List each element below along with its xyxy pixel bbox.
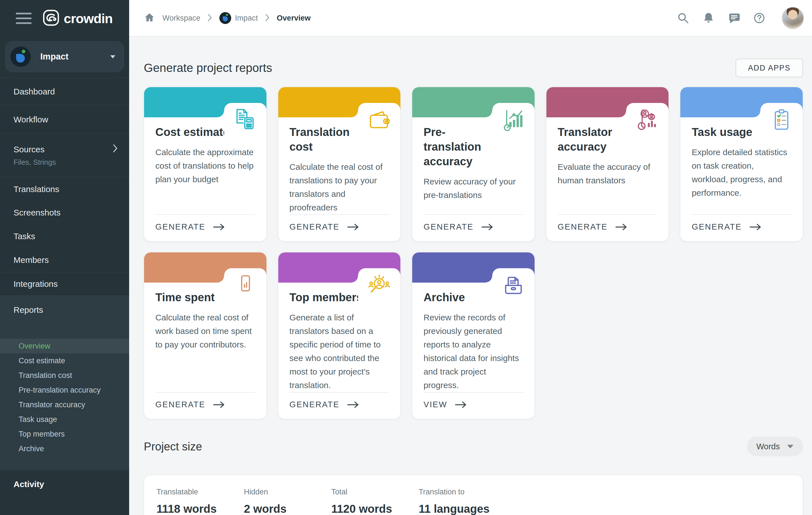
clipboard-checklist-icon	[760, 103, 803, 142]
reports-submenu-translator-accuracy[interactable]: Translator accuracy	[0, 397, 129, 412]
sidebar-item-activity[interactable]: Activity	[0, 469, 129, 494]
chevron-down-icon	[110, 55, 115, 58]
chart-gauge-icon	[492, 103, 534, 142]
sources-sublabel: Files, Strings	[13, 158, 118, 167]
hamburger-menu-icon[interactable]	[16, 13, 32, 24]
brand-row: crowdin	[0, 0, 129, 37]
sidebar-item-integrations[interactable]: Integrations	[0, 272, 129, 295]
card-description: Calculate the approximate cost of transl…	[155, 146, 255, 186]
card-description: Review accuracy of your pre-translations	[424, 175, 523, 202]
card-title: Time spent	[155, 290, 231, 305]
caret-down-icon	[787, 445, 793, 449]
crowdin-logo[interactable]: crowdin	[42, 9, 113, 28]
project-size-stats: Translatable 1118 words 0 words in dupli…	[144, 475, 803, 515]
crowdin-wordmark: crowdin	[64, 11, 113, 26]
sidebar-item-translations[interactable]: Translations	[0, 177, 129, 201]
reports-submenu-top-members[interactable]: Top members	[0, 427, 129, 441]
card-title: Top members	[290, 290, 366, 305]
card-description: Explore detailed statistics on task crea…	[692, 146, 791, 200]
project-size-title: Project size	[144, 440, 202, 453]
reports-submenu-pre-translation-accuracy[interactable]: Pre-translation accuracy	[0, 383, 129, 397]
breadcrumb-current-page: Overview	[277, 14, 311, 23]
sidebar-item-workflow[interactable]: Workflow	[0, 105, 129, 134]
breadcrumb-workspace[interactable]: Workspace	[163, 14, 200, 23]
member-search-icon	[358, 268, 400, 308]
help-icon[interactable]	[753, 11, 766, 25]
wallet-icon	[358, 103, 400, 142]
card-title: Translation cost	[290, 125, 366, 154]
chevron-right-icon	[208, 14, 212, 23]
generate-button[interactable]: GENERATE	[155, 392, 255, 419]
breadcrumb-project[interactable]: Impact	[219, 12, 258, 24]
messages-icon[interactable]	[727, 11, 741, 25]
reports-submenu-overview[interactable]: Overview	[0, 339, 129, 353]
arrow-right-icon	[749, 223, 763, 231]
sidebar-reports-section: Reports Overview Cost estimate Translati…	[0, 295, 129, 469]
arrow-right-icon	[347, 400, 360, 409]
main-content: Generate project reports ADD APPS	[129, 37, 812, 515]
stat-translatable: Translatable 1118 words 0 words in dupli…	[156, 488, 244, 515]
sidebar-item-sources[interactable]: Sources Files, Strings	[0, 134, 129, 177]
card-title: Pre-translation accuracy	[424, 125, 500, 169]
generate-button[interactable]: GENERATE	[424, 214, 523, 241]
project-name: Impact	[40, 52, 68, 62]
reports-submenu: Overview Cost estimate Translation cost …	[0, 339, 129, 469]
card-translation-cost: Translation cost Calculate the real cost…	[278, 87, 401, 241]
stat-translation-to: Translation to 11 languages	[419, 488, 489, 515]
arrow-right-icon	[212, 400, 226, 409]
notifications-bell-icon[interactable]	[702, 11, 715, 25]
chevron-right-icon	[265, 14, 269, 23]
reports-submenu-cost-estimate[interactable]: Cost estimate	[0, 353, 129, 368]
card-title: Archive	[424, 290, 500, 305]
card-time-spent: Time spent Calculate the real cost of wo…	[144, 252, 267, 419]
card-pre-translation-accuracy: Pre-translation accuracy Review accuracy…	[412, 87, 535, 241]
sidebar: crowdin Impact Dashboard Workflow Source…	[0, 0, 129, 515]
add-apps-button[interactable]: ADD APPS	[735, 59, 803, 77]
card-description: Generate a list of translators based on …	[290, 311, 389, 392]
sidebar-nav: Dashboard Workflow Sources Files, String…	[0, 78, 129, 515]
topbar: Workspace Impact Overview	[129, 0, 812, 37]
generate-button[interactable]: GENERATE	[290, 392, 389, 419]
phone-bars-icon	[224, 268, 266, 308]
card-top-members: Top members Generate a list of translato…	[278, 252, 401, 419]
card-title: Task usage	[692, 125, 768, 139]
card-description: Review the records of previously generat…	[424, 311, 523, 392]
card-task-usage: Task usage Explore detailed statistics o…	[680, 87, 803, 241]
sidebar-item-dashboard[interactable]: Dashboard	[0, 78, 129, 105]
card-cost-estimate: Cost estimate Calculate the approximate …	[144, 87, 267, 241]
sidebar-item-members[interactable]: Members	[0, 248, 129, 272]
people-chart-icon	[626, 103, 668, 142]
search-icon[interactable]	[677, 11, 690, 25]
sidebar-item-tasks[interactable]: Tasks	[0, 225, 129, 248]
archive-drawer-icon	[492, 268, 534, 308]
reports-submenu-task-usage[interactable]: Task usage	[0, 412, 129, 427]
arrow-right-icon	[212, 223, 226, 231]
sidebar-item-screenshots[interactable]: Screenshots	[0, 201, 129, 225]
card-title: Translator accuracy	[558, 125, 634, 154]
card-title: Cost estimate	[155, 125, 231, 139]
arrow-right-icon	[347, 223, 360, 231]
project-selector[interactable]: Impact	[5, 41, 124, 72]
home-icon[interactable]	[144, 12, 155, 24]
page-title: Generate project reports	[144, 61, 272, 75]
invoice-calculator-icon	[224, 103, 266, 142]
user-avatar[interactable]	[782, 7, 804, 29]
reports-submenu-translation-cost[interactable]: Translation cost	[0, 368, 129, 383]
report-cards-grid: Cost estimate Calculate the approximate …	[144, 87, 803, 419]
arrow-right-icon	[455, 400, 468, 409]
sidebar-item-reports[interactable]: Reports	[0, 296, 129, 324]
generate-button[interactable]: GENERATE	[692, 214, 791, 241]
stat-total: Total 1120 words	[331, 488, 419, 515]
chevron-right-icon	[113, 144, 118, 154]
project-avatar	[10, 47, 31, 67]
unit-selector-dropdown[interactable]: Words	[747, 437, 803, 456]
generate-button[interactable]: GENERATE	[290, 214, 389, 241]
generate-button[interactable]: GENERATE	[155, 214, 255, 241]
stat-hidden: Hidden 2 words 0 words in duplicates	[244, 488, 331, 515]
generate-button[interactable]: GENERATE	[558, 214, 658, 241]
reports-submenu-archive[interactable]: Archive	[0, 441, 129, 456]
view-button[interactable]: VIEW	[424, 392, 523, 419]
crowdin-logo-icon	[42, 9, 60, 28]
card-description: Calculate the real cost of work based on…	[155, 311, 255, 351]
card-description: Evaluate the accuracy of human translato…	[558, 160, 658, 187]
